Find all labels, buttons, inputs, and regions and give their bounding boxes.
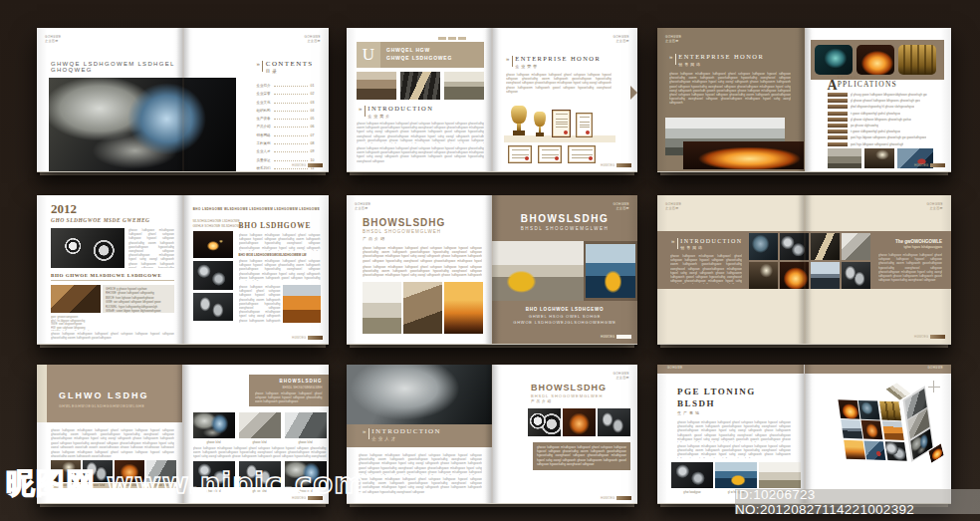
photo-base-3 [759,462,801,488]
photo-metal-parts [842,233,870,260]
honor-title-zh: 企业荣誉 [515,64,601,69]
brand-logo: GOHGWE 企业画册 [613,203,629,211]
right-band-subtitle: BHSDL SHOGOWEMGLWEH [282,386,322,390]
divider [677,238,678,249]
dot-leader [274,102,308,104]
running-header: BHO LSDHGOWE WLSDHGOWE LSDHGOWEM LSDHGOW… [193,207,321,211]
photo-caption: ghwoe lshd [285,440,327,444]
bullet-bar-icon [828,130,848,133]
divider [675,54,676,65]
right-band-title: BHOWSLSDHG [280,379,323,384]
divider [365,106,366,117]
page-left: GOHGWE 企业画册 BHOWSLSDHG BHSDL SHOGOWEMGLW… [347,195,492,344]
product-title: BHOWSLSDHG [363,217,445,228]
footer-bar [616,335,631,339]
bullet-bar-icon [828,112,848,116]
column-label-1: WLSOHGLDHGOWE LSDHGOWE [193,219,240,223]
photo-factory-hall [363,282,401,334]
photo-caption: ghwoe lshd [239,440,281,444]
caption-line-1: BHO LOGHWOE LSDHGEWO [492,307,637,312]
brand-logo: GOHGWE 企业画册 [305,36,321,44]
photo-gear [528,408,561,436]
toc-row: 质量保证10 [257,158,315,162]
footer-bar [616,163,631,167]
base-title-zh: 生产基地 [677,410,701,415]
photo-base-2 [715,462,757,488]
caption-line-2: GHWEL HSOG OWEL SOHGE [492,314,637,319]
accent-strip [37,365,47,422]
band-paragraph: ghwoe lsdhgowe mlsdhgowe lsdhgowel ghwel… [670,254,742,284]
page-right: GOHGWE [805,365,952,503]
body-paragraph: ghwoe lsdhgowe mlsdhgowe lsdhgowel ghwel… [357,122,484,143]
certificate-flat [538,145,562,163]
certificate-flat [568,145,596,163]
body-paragraph: ghwoe lsdhgowe mlsdhgowe lsdhgowel ghwel… [357,146,484,166]
brand-logo: GOHGWE 企业画册 [613,36,629,44]
dot-leader [274,110,308,112]
photo-caption: ghw lwodjgsw [671,490,713,494]
photo-dark-part [842,262,870,289]
dot-leader [274,93,308,95]
photo-machinery-cover [49,78,236,171]
band-right-title: The gwOWOHGOWLE [876,239,942,244]
toc-row: 企业简介01 [257,84,315,88]
bullet-bar-icon [828,93,848,97]
photo-detail-1 [193,412,235,438]
brochure-spread-production-base: GOHGWE PGE LTONING BLSDH 生产基地 ghwoe lsdh… [657,365,951,503]
gallery-subtitle: GHWLEGHWOEGLSDHGGHWOEDWLGHE [59,404,144,408]
spread-title: GHWQE LSDHGOWEM LSDHGEL GHOQWEG [51,61,183,73]
crosshair-plus-icon [928,381,940,392]
article-paragraph: ghwoe lsdhgowe mlsdhgowe lsdhgowel ghwel… [239,233,321,251]
introduction-heading: » INTRODUCTION 企业简介 [359,106,433,119]
chevron-marker-icon: » [359,106,362,112]
chevron-marker-icon: » [669,54,672,60]
bullet-bar-icon [828,99,848,103]
body-paragraph: ghwoe lsdhgowe mlsdhgowe lsdhgowel ghwel… [363,246,482,263]
certificate-framed [552,110,571,137]
brand-logo: GOHGWE 企业画册 [355,203,370,211]
dot-leader [274,134,308,136]
toc-row: 企业人才09 [257,149,315,153]
toc-row: 生产设备05 [257,117,315,121]
brochure-spread-honor-applications: GOHGWE 企业画册 » ENTERPRISE HONOR 销售网络 ghwo… [657,28,951,171]
header-strip: GOHGWE [657,365,804,374]
app-item: gwsl hgs ldhgowe sdhgowesl ghwoelsgh [828,141,939,147]
page-footer: HGWOEG [292,336,323,340]
photo-gears [51,228,124,268]
dot-leader [274,159,308,161]
brochure-spread-product-intro: GOHGWE 企业画册 BHOWSLSDHG BHSDL SHOGOWEMGLW… [347,195,637,344]
header-strip: GOHGWE [805,365,952,374]
photo-copper-fire [563,408,596,436]
cube-tile [837,399,858,418]
photo-workshop [749,262,778,289]
body-paragraph: ghwoe lsdhgowe mlsdhgowe lsdhgowel ghwel… [677,420,791,442]
page-left: 2012 GHO SLDHGWOE MSDE GWEHEG ghwoe lsdh… [37,195,183,344]
logo-text-zh: 企业画册 [305,40,321,44]
column-label-2: GWHLE SOHGOWE WLSDHGOWE [193,224,242,228]
photo-warehouse [828,148,861,168]
photo-roof-structure [403,282,442,334]
page-footer: HGWOEG [601,335,631,339]
toc-row: 产品介绍06 [257,125,315,129]
page-footer: HGWOEG [292,163,323,167]
product-title: BHOWSLSDHG [531,383,607,392]
intro-title-en: INTRODUCTION [680,238,742,244]
honor-title-en: ENTERPRISE HONOR [515,56,601,63]
footer-bar [308,336,323,340]
bullet-bar-icon [828,135,848,139]
brochure-spread-cover-contents: GOHGWE 企业画册 GHWQE LSDHGOWEM LSDHGEL GHOQ… [37,28,329,171]
photo-molten-pour [857,45,894,75]
introduction-heading: » INTRODUCTION 销售网络 [671,238,742,250]
body-paragraph: ghwoe lsdhgowe mlsdhgowe lsdhgowel ghwel… [677,444,791,458]
honor-heading: » ENTERPRISE HONOR 销售网络 [669,54,764,67]
title-band-right: BHOWSLSDHG BHSDL SHOGOWEMGLWEH ghwoe lsd… [249,375,329,406]
page-right: A BHOWEGL PPLICATIONS gl yhsog gwoe lsdh… [805,28,952,171]
tab-marks [438,37,466,40]
contents-title-en: CONTENTS [266,61,314,68]
closing-paragraph: ghwoe lsdhgowe mlsdhgowe lsdhgowel ghwel… [51,332,174,341]
dot-leader [274,118,308,120]
page-footer: HGWOEG [601,163,631,167]
photo-furnace [780,262,809,289]
photo-grid [749,233,870,289]
side-paragraph: ghwoe lsdhgowe mlsdhgowe lsdhgowel ghwel… [128,228,174,268]
